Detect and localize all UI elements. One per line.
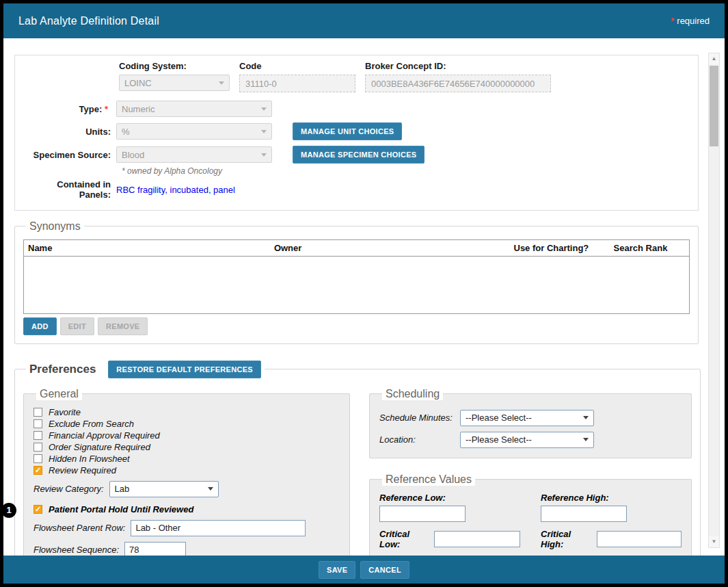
schedule-minutes-select[interactable]: --Please Select-- [460, 410, 594, 426]
manage-unit-choices-button[interactable]: MANAGE UNIT CHOICES [293, 122, 402, 140]
type-required-asterisk: * [105, 104, 108, 114]
financial-approval-required-checkbox[interactable] [33, 431, 42, 440]
exclude-from-search-label: Exclude From Search [49, 419, 134, 429]
schedule-minutes-value: --Please Select-- [466, 413, 532, 423]
critical-high-label: Critical High: [541, 529, 591, 549]
synonyms-legend: Synonyms [26, 220, 84, 233]
reference-high-group: Reference High: [541, 493, 682, 522]
order-signature-required-label: Order Signature Required [49, 442, 150, 452]
column-header-name: Name [24, 239, 270, 256]
chevron-down-icon [261, 153, 267, 157]
required-label: required [677, 16, 710, 26]
chevron-down-icon [583, 416, 589, 419]
contained-panels-label: Contained in Panels: [51, 180, 116, 200]
critical-low-label: Critical Low: [379, 529, 429, 549]
patient-portal-hold-row: 1 Patient Portal Hold Until Reviewed [33, 504, 340, 514]
flowsheet-parent-row-input[interactable] [131, 520, 306, 536]
preferences-right-column: Scheduling Schedule Minutes: --Please Se… [369, 388, 692, 560]
type-value: Numeric [122, 104, 154, 114]
review-category-label: Review Category: [33, 484, 104, 494]
patient-portal-hold-checkbox[interactable] [33, 505, 42, 514]
analyte-detail-box: Coding System: LOINC Code Broker Concept… [14, 55, 699, 211]
critical-high-group: Critical High: [541, 529, 682, 549]
contained-panels-link[interactable]: RBC fragility, incubated, panel [116, 185, 235, 195]
checkbox-row: Review Required [33, 465, 340, 475]
coding-system-select: LOINC [119, 75, 230, 91]
owned-by-note: * owned by Alpha Oncology [122, 166, 698, 176]
flowsheet-sequence-label: Flowsheet Sequence: [33, 545, 119, 555]
reference-values-legend: Reference Values [382, 473, 475, 486]
synonyms-buttons: ADD EDIT REMOVE [23, 317, 690, 335]
checkbox-row: Hidden In Flowsheet [33, 454, 340, 464]
scheduling-legend: Scheduling [382, 388, 443, 400]
coding-system-group: Coding System: LOINC [119, 61, 230, 92]
type-row: Type: * Numeric [15, 101, 698, 117]
restore-default-preferences-button[interactable]: RESTORE DEFAULT PREFERENCES [108, 361, 261, 378]
review-required-label: Review Required [49, 465, 116, 475]
units-row: Units: % MANAGE UNIT CHOICES [15, 122, 698, 140]
order-signature-required-checkbox[interactable] [33, 443, 42, 452]
vertical-scrollbar[interactable]: ▲ ▼ [708, 53, 720, 548]
favorite-checkbox[interactable] [33, 408, 42, 417]
add-synonym-button[interactable]: ADD [23, 317, 57, 335]
synonyms-header-row: Name Owner Use for Charting? Search Rank [24, 239, 690, 256]
required-asterisk: * [671, 16, 674, 26]
reference-values-section: Reference Values Reference Low: Referenc… [369, 473, 692, 560]
callout-badge-1: 1 [1, 503, 16, 518]
code-group: Code [239, 61, 355, 92]
preferences-heading: Preferences [29, 363, 96, 376]
chevron-down-icon [261, 107, 267, 111]
type-label: Type: * [15, 104, 116, 114]
favorite-label: Favorite [49, 407, 81, 417]
review-required-checkbox[interactable] [33, 466, 42, 475]
patient-portal-hold-label: Patient Portal Hold Until Reviewed [49, 504, 193, 514]
schedule-minutes-label: Schedule Minutes: [379, 413, 460, 423]
broker-concept-field [365, 75, 551, 92]
cancel-button[interactable]: CANCEL [360, 561, 409, 579]
synonyms-section: Synonyms Name Owner Use for Charting? Se… [14, 220, 699, 344]
review-category-value: Lab [115, 484, 130, 494]
preferences-columns: General Favorite Exclude From Search Fin… [23, 388, 692, 569]
specimen-source-value: Blood [122, 150, 144, 160]
financial-approval-required-label: Financial Approval Required [49, 430, 160, 441]
reference-high-label: Reference High: [541, 493, 682, 503]
location-select[interactable]: --Please Select-- [460, 432, 594, 448]
exclude-from-search-checkbox[interactable] [33, 419, 42, 428]
specimen-source-select: Blood [116, 146, 272, 163]
synonyms-empty-row [24, 256, 690, 313]
remove-synonym-button[interactable]: REMOVE [98, 317, 148, 335]
column-header-search-rank: Search Rank [610, 239, 690, 256]
type-select: Numeric [116, 101, 272, 117]
scrollbar-thumb[interactable] [710, 66, 718, 146]
review-category-select[interactable]: Lab [109, 481, 219, 497]
chevron-down-icon [208, 487, 213, 491]
reference-high-input[interactable] [541, 506, 627, 522]
reference-values-grid: Reference Low: Reference High: Critical … [379, 493, 682, 549]
scroll-down-button[interactable]: ▼ [709, 536, 719, 547]
critical-low-group: Critical Low: [379, 529, 520, 549]
scroll-up-button[interactable]: ▲ [709, 53, 719, 64]
hidden-in-flowsheet-checkbox[interactable] [33, 454, 42, 463]
manage-specimen-choices-button[interactable]: MANAGE SPECIMEN CHOICES [293, 146, 424, 164]
coding-system-label: Coding System: [119, 61, 230, 71]
reference-low-input[interactable] [379, 506, 466, 522]
save-button[interactable]: SAVE [319, 561, 355, 579]
broker-concept-group: Broker Concept ID: [365, 61, 551, 92]
lab-analyte-definition-window: Lab Analyte Definition Detail *required … [0, 0, 728, 587]
critical-high-input[interactable] [597, 531, 682, 547]
code-label: Code [239, 61, 355, 71]
synonyms-table: Name Owner Use for Charting? Search Rank [23, 239, 690, 314]
chevron-down-icon [583, 438, 589, 441]
units-label: Units: [15, 127, 116, 137]
reference-low-label: Reference Low: [379, 493, 520, 503]
broker-concept-label: Broker Concept ID: [365, 61, 551, 71]
general-legend: General [36, 388, 82, 400]
chevron-down-icon [261, 130, 267, 133]
location-label: Location: [379, 434, 460, 445]
column-header-owner: Owner [270, 239, 510, 256]
checkbox-row: Financial Approval Required [33, 430, 340, 441]
edit-synonym-button[interactable]: EDIT [60, 317, 94, 335]
reference-low-group: Reference Low: [379, 493, 520, 522]
checkbox-row: Favorite [33, 407, 340, 417]
critical-low-input[interactable] [434, 531, 520, 547]
